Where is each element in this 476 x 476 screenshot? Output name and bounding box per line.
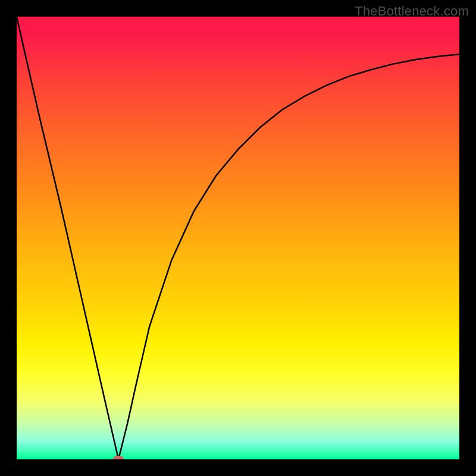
optimal-point-marker [113, 456, 124, 459]
plot-area [17, 17, 459, 459]
bottleneck-curve [17, 17, 459, 459]
watermark-text: TheBottleneck.com [355, 4, 469, 19]
chart-frame: TheBottleneck.com [0, 0, 476, 476]
